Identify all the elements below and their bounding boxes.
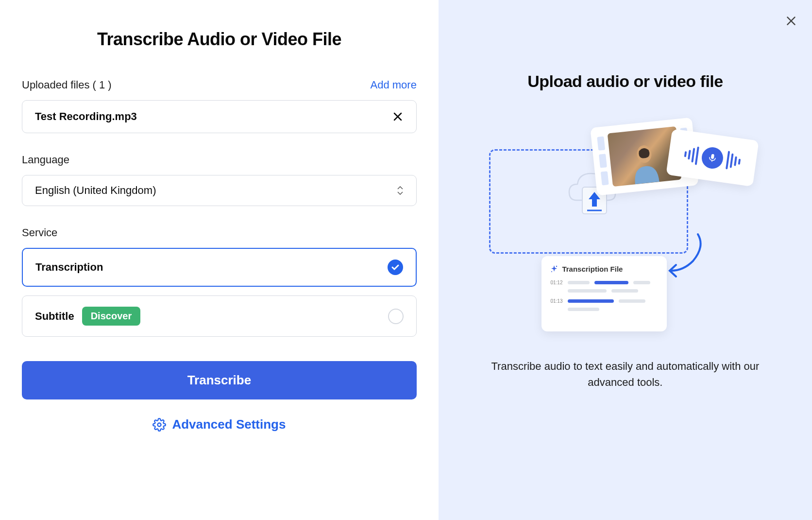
transcribe-button[interactable]: Transcribe (22, 361, 417, 399)
advanced-settings-label: Advanced Settings (172, 417, 286, 432)
close-icon (392, 111, 404, 122)
arrow-icon (664, 232, 708, 282)
uploaded-files-header: Uploaded files ( 1 ) Add more (22, 79, 417, 91)
uploaded-file-item: Test Recording.mp3 (22, 100, 417, 133)
transcription-file-label: Transcription File (562, 265, 623, 273)
svg-point-10 (556, 265, 557, 266)
svg-rect-8 (711, 154, 714, 159)
form-panel: Transcribe Audio or Video File Uploaded … (0, 0, 439, 520)
transcription-card-illustration: Transcription File 01:12 01:13 (541, 256, 667, 331)
service-label: Service (22, 226, 57, 239)
add-more-link[interactable]: Add more (370, 79, 416, 91)
info-panel: Upload audio or video file (439, 0, 812, 520)
page-title: Transcribe Audio or Video File (22, 29, 417, 50)
radio-unchecked-icon (388, 309, 404, 324)
service-subtitle-label: Subtitle (35, 310, 74, 323)
timestamp-1: 01:12 (550, 280, 563, 285)
gear-icon (152, 418, 166, 432)
file-name: Test Recording.mp3 (35, 110, 137, 123)
info-title: Upload audio or video file (527, 72, 723, 91)
close-icon (785, 15, 797, 27)
microphone-icon (701, 146, 725, 170)
service-transcription-label: Transcription (35, 261, 103, 274)
service-option-subtitle[interactable]: Subtitle Discover (22, 295, 417, 337)
svg-point-11 (551, 271, 552, 272)
close-button[interactable] (785, 15, 797, 29)
language-select[interactable]: English (United Kingdom) (22, 175, 417, 206)
discover-badge: Discover (82, 307, 141, 326)
chevron-up-down-icon (397, 186, 404, 195)
service-header: Service (22, 226, 417, 239)
language-value: English (United Kingdom) (35, 184, 156, 197)
service-option-transcription[interactable]: Transcription (22, 248, 417, 287)
sparkle-icon (550, 265, 558, 273)
remove-file-button[interactable] (392, 111, 404, 122)
timestamp-2: 01:13 (550, 298, 563, 304)
language-label: Language (22, 154, 69, 166)
language-header: Language (22, 154, 417, 166)
radio-checked-icon (388, 260, 403, 275)
advanced-settings-link[interactable]: Advanced Settings (22, 417, 417, 432)
uploaded-files-label: Uploaded files ( 1 ) (22, 79, 112, 91)
info-description: Transcribe audio to text easily and auto… (489, 358, 761, 390)
svg-point-2 (158, 423, 161, 426)
illustration: Transcription File 01:12 01:13 (489, 115, 761, 334)
